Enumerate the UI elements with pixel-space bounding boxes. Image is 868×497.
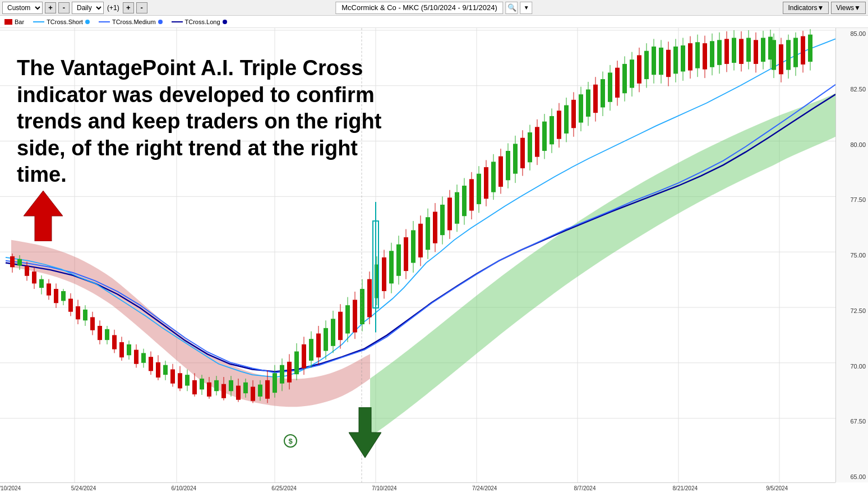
svg-rect-0 <box>0 28 835 482</box>
svg-rect-68 <box>192 380 197 394</box>
svg-rect-222 <box>710 41 714 67</box>
svg-rect-168 <box>557 111 561 139</box>
svg-rect-162 <box>535 127 539 157</box>
svg-rect-154 <box>506 151 510 180</box>
svg-rect-58 <box>156 362 160 378</box>
svg-rect-126 <box>404 237 408 271</box>
svg-rect-188 <box>630 59 634 88</box>
indicators-button[interactable]: Indicators▼ <box>783 2 829 14</box>
svg-rect-34 <box>68 299 73 312</box>
svg-rect-156 <box>513 144 518 173</box>
tcross-medium-dot <box>158 20 163 24</box>
svg-rect-164 <box>542 122 547 151</box>
chart-svg <box>0 28 835 482</box>
svg-rect-74 <box>214 380 219 391</box>
svg-rect-40 <box>90 317 95 330</box>
svg-rect-120 <box>382 257 386 291</box>
price-axis: 85.00 82.50 80.00 77.50 75.00 72.50 70.0… <box>835 28 868 482</box>
svg-rect-54 <box>141 353 146 362</box>
svg-rect-238 <box>768 37 773 60</box>
svg-rect-234 <box>754 40 758 64</box>
svg-rect-230 <box>739 39 744 64</box>
svg-rect-82 <box>243 383 248 393</box>
svg-rect-232 <box>746 38 751 62</box>
sub-period-button[interactable]: - <box>58 2 70 13</box>
svg-rect-20 <box>17 259 22 266</box>
tcross-short-dot <box>85 20 90 24</box>
price-label-7750: 77.50 <box>838 196 866 203</box>
views-button[interactable]: Views▼ <box>831 2 866 14</box>
svg-rect-186 <box>622 64 627 93</box>
svg-rect-86 <box>258 385 262 397</box>
svg-rect-180 <box>601 79 605 107</box>
svg-rect-56 <box>149 357 153 371</box>
period-select[interactable]: Daily <box>72 2 104 14</box>
svg-rect-206 <box>808 35 812 62</box>
svg-rect-170 <box>564 105 569 134</box>
svg-rect-150 <box>491 162 496 192</box>
legend: Bar TCross.Short TCross.Medium TCross.Lo… <box>0 16 868 28</box>
price-label-7500: 75.00 <box>838 252 866 259</box>
chart-container[interactable]: The VantagePoint A.I. Triple Cross indic… <box>0 28 868 497</box>
add-period-button[interactable]: + <box>45 2 56 13</box>
tcross-short-swatch <box>33 21 44 22</box>
svg-rect-160 <box>528 132 532 162</box>
dropdown-button[interactable]: ▼ <box>520 2 533 14</box>
svg-rect-202 <box>793 38 798 67</box>
svg-rect-218 <box>695 42 700 68</box>
svg-rect-190 <box>637 55 641 83</box>
svg-rect-22 <box>25 266 29 275</box>
time-axis: 5/10/2024 5/24/2024 6/10/2024 6/25/2024 … <box>0 482 835 497</box>
dollar-sign-indicator: $ <box>284 434 297 448</box>
svg-rect-50 <box>127 344 131 355</box>
bar-swatch <box>4 19 12 25</box>
svg-rect-220 <box>703 43 707 70</box>
svg-rect-96 <box>294 351 299 374</box>
svg-rect-138 <box>447 197 452 230</box>
svg-rect-216 <box>688 43 692 70</box>
svg-rect-200 <box>786 40 791 70</box>
svg-rect-208 <box>659 48 663 75</box>
svg-rect-144 <box>469 179 474 210</box>
svg-rect-92 <box>280 365 284 384</box>
svg-rect-84 <box>251 386 255 401</box>
svg-rect-212 <box>673 47 678 73</box>
legend-tcross-medium: TCross.Medium <box>99 19 163 25</box>
svg-rect-140 <box>455 192 459 224</box>
price-label-8000: 80.00 <box>838 141 866 148</box>
time-label-510: 5/10/2024 <box>0 485 21 491</box>
svg-rect-94 <box>287 362 292 383</box>
add-offset-button[interactable]: + <box>123 2 134 13</box>
svg-rect-214 <box>681 45 685 72</box>
time-label-625: 6/25/2024 <box>271 485 297 491</box>
svg-rect-136 <box>440 205 445 235</box>
chart-title: McCormick & Co - MKC (5/10/2024 - 9/11/2… <box>335 2 503 14</box>
svg-rect-166 <box>550 116 554 144</box>
time-label-524: 5/24/2024 <box>71 485 96 491</box>
svg-rect-24 <box>32 271 36 283</box>
svg-rect-184 <box>615 68 620 98</box>
svg-rect-210 <box>666 50 671 77</box>
svg-rect-26 <box>39 279 44 288</box>
legend-tcross-long: TCross.Long <box>172 19 227 25</box>
svg-rect-182 <box>608 72 612 102</box>
svg-rect-106 <box>331 319 335 346</box>
svg-rect-104 <box>324 328 328 351</box>
svg-rect-98 <box>302 344 306 369</box>
sub-offset-button[interactable]: - <box>136 2 147 13</box>
svg-rect-122 <box>389 251 394 283</box>
svg-rect-62 <box>170 369 175 383</box>
svg-rect-146 <box>477 174 481 204</box>
custom-select[interactable]: Custom <box>2 2 43 14</box>
toolbar: Custom + - Daily (+1) + - McCormick & Co… <box>0 0 868 16</box>
svg-rect-48 <box>119 342 124 357</box>
svg-rect-100 <box>309 339 313 361</box>
price-label-8500: 85.00 <box>838 30 866 37</box>
svg-rect-152 <box>498 157 503 187</box>
time-label-821: 8/21/2024 <box>673 485 698 491</box>
svg-rect-142 <box>462 186 467 216</box>
svg-rect-46 <box>112 335 117 349</box>
svg-rect-194 <box>652 47 656 75</box>
svg-rect-158 <box>520 138 525 168</box>
search-button[interactable]: 🔍 <box>506 2 518 14</box>
